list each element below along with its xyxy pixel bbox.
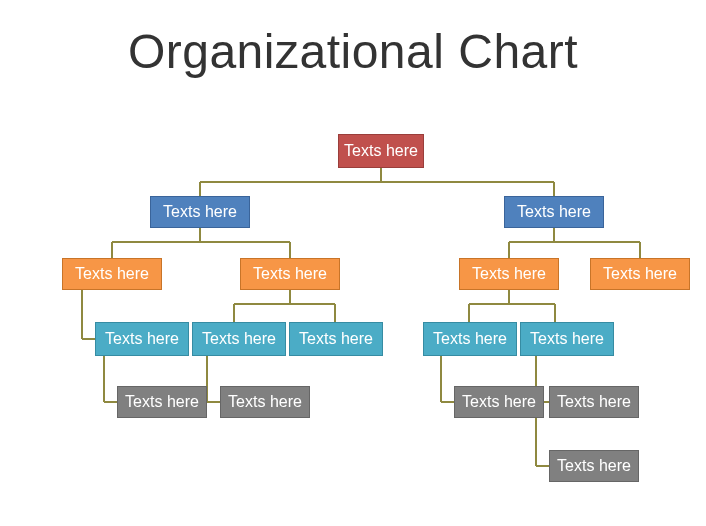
node-l4b: Texts here [192,322,286,356]
node-l2b: Texts here [504,196,604,228]
node-l5e: Texts here [549,450,639,482]
node-root: Texts here [338,134,424,168]
org-chart: Texts here Texts here Texts here Texts h… [0,0,706,526]
node-l5d: Texts here [549,386,639,418]
node-l3d: Texts here [590,258,690,290]
node-l3b: Texts here [240,258,340,290]
node-l4a: Texts here [95,322,189,356]
node-l4d: Texts here [423,322,517,356]
node-l4e: Texts here [520,322,614,356]
node-l2a: Texts here [150,196,250,228]
node-l5c: Texts here [454,386,544,418]
node-l3c: Texts here [459,258,559,290]
node-l3a: Texts here [62,258,162,290]
node-l4c: Texts here [289,322,383,356]
node-l5a: Texts here [117,386,207,418]
node-l5b: Texts here [220,386,310,418]
